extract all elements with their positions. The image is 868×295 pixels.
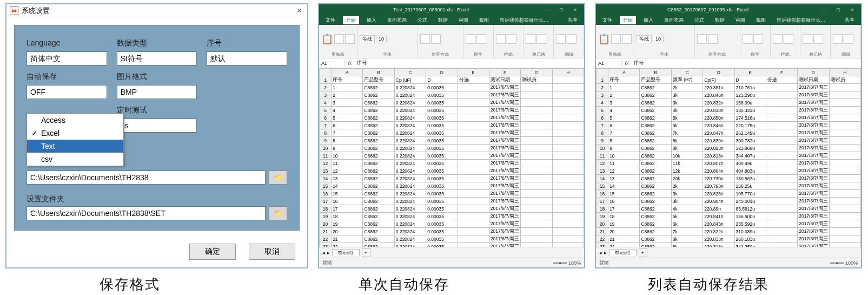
zoom-level[interactable]: ━━●━━ 100% [830, 260, 858, 266]
cell[interactable] [766, 243, 797, 247]
ribbon-button[interactable] [507, 34, 516, 44]
menu-data[interactable]: 数据 [712, 16, 728, 24]
close-icon[interactable]: × [569, 7, 582, 12]
minimize-icon[interactable]: — [818, 7, 831, 12]
cell[interactable]: C8862 [363, 152, 394, 160]
cell[interactable] [829, 114, 860, 122]
cell[interactable] [521, 167, 552, 175]
cell[interactable]: 220.904n [703, 198, 734, 205]
col-header[interactable]: C [671, 69, 703, 76]
cell[interactable]: 220.839n [703, 137, 734, 145]
row-header[interactable]: 21 [320, 228, 332, 235]
cell[interactable] [521, 91, 552, 99]
cell[interactable]: C8862 [640, 107, 671, 114]
cell[interactable]: 0.00035 [426, 190, 458, 198]
cell[interactable]: 2017/6/7/周三 9:11:10 [798, 213, 829, 220]
cell[interactable]: C8862 [640, 228, 671, 235]
cell[interactable]: C8862 [363, 84, 394, 91]
cell[interactable] [829, 213, 860, 220]
cell[interactable]: C8862 [640, 198, 671, 205]
cell[interactable]: 2017/6/7/周三 8:52:55 [489, 99, 520, 107]
cell[interactable]: 2017/6/7/周三 9:11:03 [798, 84, 829, 91]
cell[interactable]: 0.00035 [426, 235, 458, 243]
cell[interactable] [458, 205, 489, 213]
cell[interactable]: 220.818n [703, 243, 734, 247]
cell[interactable]: 0.220824 [394, 107, 426, 114]
new-sheet-button[interactable]: + [362, 248, 370, 257]
cell[interactable]: 2017/6/7/周三 9:11:06 [798, 160, 829, 167]
cell[interactable] [829, 235, 860, 243]
cell[interactable] [829, 175, 860, 182]
ribbon-button[interactable] [844, 34, 853, 44]
cell[interactable]: 2017/6/7/周三 8:52:54 [489, 91, 520, 99]
spreadsheet-grid[interactable]: ABCDEFGH1序号产品型号频率 (Hz)Cp(F)D分选测试日期测试员21C… [596, 68, 861, 247]
cell[interactable] [521, 190, 552, 198]
cell[interactable]: 0.00035 [426, 137, 458, 145]
cell[interactable] [521, 137, 552, 145]
cell[interactable]: C8862 [640, 91, 671, 99]
cell[interactable]: 0.220824 [394, 137, 426, 145]
cell[interactable]: 2017/6/7/周三 9:11:03 [798, 91, 829, 99]
row-header[interactable]: 18 [320, 205, 332, 213]
cell[interactable]: 2017/6/7/周三 9:11:05 [798, 145, 829, 152]
menu-layout[interactable]: 页面布局 [661, 16, 687, 24]
cell[interactable]: 0.00035 [426, 167, 458, 175]
cell[interactable]: C8862 [363, 160, 394, 167]
cell[interactable]: 2k [671, 182, 703, 190]
row-header[interactable]: 19 [597, 213, 608, 220]
ribbon-button[interactable] [345, 34, 355, 44]
cell[interactable] [766, 129, 797, 137]
col-header[interactable]: G [521, 69, 552, 76]
cell[interactable]: C8862 [640, 205, 671, 213]
cell[interactable]: 0.220824 [394, 167, 426, 175]
cell[interactable]: 136.25u [734, 182, 766, 190]
cell[interactable]: 220.832n [703, 99, 734, 107]
row-header[interactable]: 14 [597, 175, 608, 182]
cell[interactable]: 0.220824 [394, 243, 426, 247]
cell[interactable] [552, 243, 584, 247]
cell[interactable] [766, 182, 797, 190]
cell[interactable]: 0.220824 [394, 190, 426, 198]
row-header[interactable]: 16 [597, 190, 608, 198]
cell[interactable] [521, 114, 552, 122]
cell[interactable]: 3 [608, 99, 640, 107]
cell[interactable] [552, 175, 584, 182]
cell[interactable]: 156.500u [734, 213, 766, 220]
cell[interactable]: 15 [608, 190, 640, 198]
row-header[interactable]: 12 [597, 160, 608, 167]
cell[interactable]: 分选 [458, 76, 489, 84]
cell[interactable]: 174.516u [734, 114, 766, 122]
cell[interactable]: 17 [608, 205, 640, 213]
menu-layout[interactable]: 页面布局 [384, 16, 410, 24]
menu-file[interactable]: 文件 [322, 16, 339, 24]
cell[interactable] [829, 198, 860, 205]
cell[interactable]: C8862 [640, 160, 671, 167]
cell[interactable]: 频率 (Hz) [671, 76, 703, 84]
cell[interactable]: 262.149u [734, 129, 766, 137]
cell[interactable] [829, 160, 860, 167]
col-header[interactable]: D [703, 69, 734, 76]
cell[interactable] [552, 145, 584, 152]
cell[interactable] [458, 175, 489, 182]
cell[interactable]: 12 [608, 167, 640, 175]
cell[interactable] [458, 145, 489, 152]
cell[interactable] [552, 137, 584, 145]
cell[interactable]: 0.220824 [394, 198, 426, 205]
cell[interactable] [829, 145, 860, 152]
menu-formula[interactable]: 公式 [691, 16, 707, 24]
cell[interactable]: 7 [608, 129, 640, 137]
cell[interactable]: 0.00035 [426, 243, 458, 247]
cell[interactable]: 8 [332, 137, 363, 145]
row-header[interactable]: 13 [597, 167, 608, 175]
cell[interactable] [521, 228, 552, 235]
cell[interactable] [458, 122, 489, 129]
cell[interactable] [829, 205, 860, 213]
cell[interactable] [552, 160, 584, 167]
cell[interactable]: 220.850n [703, 114, 734, 122]
cell[interactable] [458, 235, 489, 243]
cell[interactable] [552, 91, 584, 99]
cell[interactable]: 8k [671, 145, 703, 152]
cell[interactable]: 220.813n [703, 152, 734, 160]
row-header[interactable]: 13 [320, 167, 332, 175]
cell[interactable]: 0.220824 [394, 145, 426, 152]
